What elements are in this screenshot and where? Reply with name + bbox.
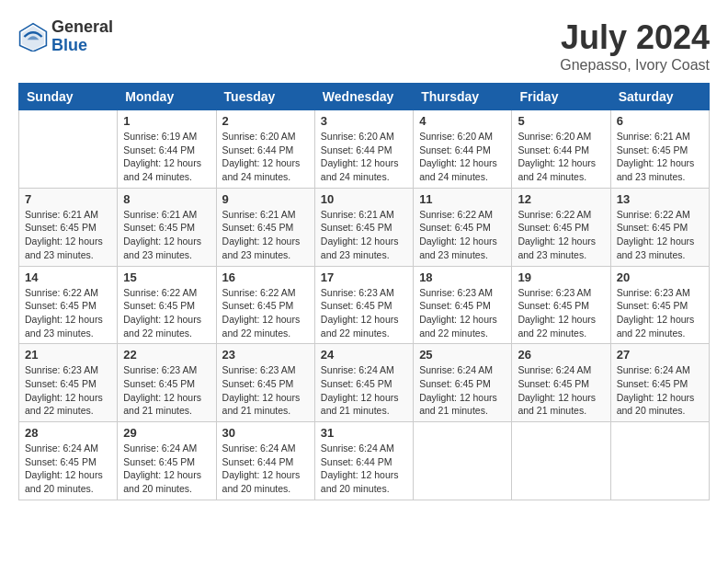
day-number: 23 (222, 348, 309, 362)
header-day-saturday: Saturday (610, 84, 709, 110)
day-info: Sunrise: 6:24 AMSunset: 6:45 PMDaylight:… (123, 442, 210, 496)
daylight-line: Daylight: 12 hours and 22 minutes. (321, 314, 399, 339)
header-day-wednesday: Wednesday (314, 84, 413, 110)
sun-info-line: Sunset: 6:45 PM (123, 456, 195, 467)
day-number: 16 (222, 270, 309, 284)
day-number: 10 (321, 192, 407, 206)
header-day-thursday: Thursday (414, 84, 512, 110)
day-number: 26 (518, 348, 604, 362)
day-number: 4 (419, 114, 506, 128)
sun-info-line: Sunset: 6:45 PM (518, 222, 589, 233)
day-number: 15 (123, 270, 210, 284)
sun-info-line: Sunset: 6:45 PM (419, 300, 491, 311)
day-info: Sunrise: 6:24 AMSunset: 6:45 PMDaylight:… (617, 363, 703, 418)
day-info: Sunrise: 6:21 AMSunset: 6:45 PMDaylight:… (321, 208, 407, 262)
sun-info-line: Sunrise: 6:20 AM (321, 131, 394, 142)
sun-info-line: Sunrise: 6:23 AM (617, 287, 690, 298)
calendar-cell: 10Sunrise: 6:21 AMSunset: 6:45 PMDayligh… (314, 188, 413, 266)
calendar-cell: 9Sunrise: 6:21 AMSunset: 6:45 PMDaylight… (216, 188, 314, 266)
daylight-line: Daylight: 12 hours and 23 minutes. (25, 314, 103, 339)
daylight-line: Daylight: 12 hours and 23 minutes. (123, 236, 201, 260)
daylight-line: Daylight: 12 hours and 22 minutes. (25, 392, 103, 417)
daylight-line: Daylight: 12 hours and 23 minutes. (25, 236, 103, 260)
sun-info-line: Sunset: 6:45 PM (321, 378, 392, 389)
sun-info-line: Sunset: 6:44 PM (222, 456, 294, 467)
day-info: Sunrise: 6:22 AMSunset: 6:45 PMDaylight:… (123, 286, 210, 340)
daylight-line: Daylight: 12 hours and 21 minutes. (321, 392, 399, 417)
daylight-line: Daylight: 12 hours and 22 minutes. (518, 314, 596, 339)
logo-blue-text: Blue (51, 36, 87, 54)
header-day-tuesday: Tuesday (216, 84, 314, 110)
day-number: 27 (617, 348, 703, 362)
month-year-title: July 2024 (560, 18, 710, 57)
sun-info-line: Sunset: 6:45 PM (617, 300, 688, 311)
calendar-header-row: SundayMondayTuesdayWednesdayThursdayFrid… (19, 84, 710, 110)
day-info: Sunrise: 6:20 AMSunset: 6:44 PMDaylight:… (419, 130, 506, 184)
header-day-friday: Friday (512, 84, 610, 110)
daylight-line: Daylight: 12 hours and 23 minutes. (617, 157, 695, 182)
day-info: Sunrise: 6:22 AMSunset: 6:45 PMDaylight:… (419, 208, 506, 262)
day-number: 31 (321, 426, 407, 440)
sun-info-line: Sunrise: 6:24 AM (321, 364, 394, 375)
calendar-cell: 4Sunrise: 6:20 AMSunset: 6:44 PMDaylight… (414, 110, 512, 189)
day-number: 18 (419, 270, 506, 284)
day-number: 21 (25, 348, 111, 362)
page-header: General Blue July 2024 Gnepasso, Ivory C… (18, 18, 710, 74)
calendar-cell: 18Sunrise: 6:23 AMSunset: 6:45 PMDayligh… (414, 266, 512, 344)
sun-info-line: Sunrise: 6:24 AM (617, 364, 690, 375)
day-number: 9 (222, 192, 309, 206)
sun-info-line: Sunrise: 6:20 AM (222, 131, 296, 142)
day-info: Sunrise: 6:20 AMSunset: 6:44 PMDaylight:… (518, 130, 604, 184)
calendar-cell: 3Sunrise: 6:20 AMSunset: 6:44 PMDaylight… (314, 110, 413, 189)
sun-info-line: Sunrise: 6:21 AM (123, 209, 197, 220)
logo-text: General Blue (51, 18, 113, 55)
day-number: 24 (321, 348, 407, 362)
sun-info-line: Sunrise: 6:21 AM (25, 209, 98, 220)
daylight-line: Daylight: 12 hours and 23 minutes. (419, 236, 497, 260)
sun-info-line: Sunset: 6:45 PM (123, 222, 195, 233)
daylight-line: Daylight: 12 hours and 23 minutes. (518, 236, 596, 260)
calendar-cell (512, 422, 610, 500)
sun-info-line: Sunrise: 6:21 AM (321, 209, 394, 220)
daylight-line: Daylight: 12 hours and 20 minutes. (617, 392, 695, 417)
day-info: Sunrise: 6:21 AMSunset: 6:45 PMDaylight:… (123, 208, 210, 262)
daylight-line: Daylight: 12 hours and 21 minutes. (419, 392, 497, 417)
daylight-line: Daylight: 12 hours and 22 minutes. (123, 314, 201, 339)
calendar-cell: 27Sunrise: 6:24 AMSunset: 6:45 PMDayligh… (610, 344, 709, 422)
sun-info-line: Sunset: 6:45 PM (617, 222, 688, 233)
sun-info-line: Sunset: 6:44 PM (419, 144, 491, 155)
sun-info-line: Sunset: 6:45 PM (419, 222, 491, 233)
sun-info-line: Sunrise: 6:22 AM (518, 209, 591, 220)
calendar-cell: 11Sunrise: 6:22 AMSunset: 6:45 PMDayligh… (414, 188, 512, 266)
daylight-line: Daylight: 12 hours and 24 minutes. (321, 157, 399, 182)
sun-info-line: Sunset: 6:45 PM (25, 456, 97, 467)
day-info: Sunrise: 6:24 AMSunset: 6:45 PMDaylight:… (321, 363, 407, 418)
day-number: 6 (617, 114, 703, 128)
daylight-line: Daylight: 12 hours and 24 minutes. (222, 157, 301, 182)
sun-info-line: Sunset: 6:45 PM (25, 300, 97, 311)
sun-info-line: Sunset: 6:45 PM (617, 144, 688, 155)
calendar-week-row: 14Sunrise: 6:22 AMSunset: 6:45 PMDayligh… (19, 266, 710, 344)
day-info: Sunrise: 6:20 AMSunset: 6:44 PMDaylight:… (222, 130, 309, 184)
title-section: July 2024 Gnepasso, Ivory Coast (560, 18, 710, 74)
daylight-line: Daylight: 12 hours and 22 minutes. (617, 314, 695, 339)
sun-info-line: Sunrise: 6:22 AM (25, 287, 98, 298)
calendar-cell: 17Sunrise: 6:23 AMSunset: 6:45 PMDayligh… (314, 266, 413, 344)
day-info: Sunrise: 6:19 AMSunset: 6:44 PMDaylight:… (123, 130, 210, 184)
sun-info-line: Sunrise: 6:22 AM (222, 287, 296, 298)
day-info: Sunrise: 6:20 AMSunset: 6:44 PMDaylight:… (321, 130, 407, 184)
day-info: Sunrise: 6:24 AMSunset: 6:45 PMDaylight:… (419, 363, 506, 418)
sun-info-line: Sunrise: 6:19 AM (123, 131, 197, 142)
sun-info-line: Sunrise: 6:23 AM (419, 287, 493, 298)
sun-info-line: Sunrise: 6:21 AM (222, 209, 296, 220)
day-number: 19 (518, 270, 604, 284)
daylight-line: Daylight: 12 hours and 20 minutes. (321, 469, 399, 494)
calendar-cell: 23Sunrise: 6:23 AMSunset: 6:45 PMDayligh… (216, 344, 314, 422)
daylight-line: Daylight: 12 hours and 20 minutes. (25, 469, 103, 494)
day-number: 30 (222, 426, 309, 440)
sun-info-line: Sunset: 6:45 PM (321, 300, 392, 311)
calendar-cell: 19Sunrise: 6:23 AMSunset: 6:45 PMDayligh… (512, 266, 610, 344)
day-info: Sunrise: 6:22 AMSunset: 6:45 PMDaylight:… (617, 208, 703, 262)
calendar-table: SundayMondayTuesdayWednesdayThursdayFrid… (18, 83, 710, 500)
calendar-cell: 15Sunrise: 6:22 AMSunset: 6:45 PMDayligh… (118, 266, 216, 344)
